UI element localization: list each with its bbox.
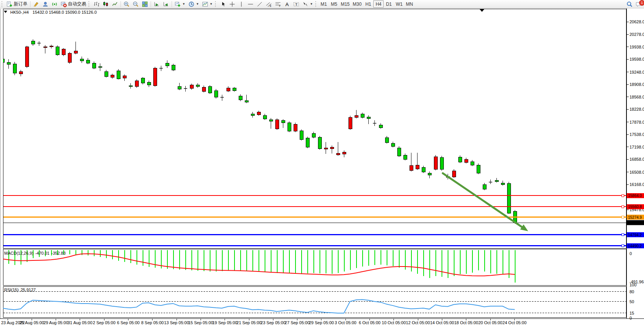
new-order-button[interactable]: 新订单 [5, 0, 29, 8]
svg-text:T: T [295, 2, 297, 6]
bar-chart-button[interactable] [92, 0, 101, 8]
new-chart-icon [175, 1, 181, 7]
cursor-button[interactable] [218, 0, 228, 8]
candle-body [416, 165, 419, 169]
separator [172, 1, 172, 7]
separator [151, 1, 151, 7]
candle-body [440, 157, 443, 169]
templates-button[interactable]: ▼ [201, 0, 214, 8]
candle-body [50, 46, 53, 47]
autotrading-button[interactable]: 自动交易 [59, 0, 88, 8]
candle-body [13, 64, 16, 73]
svg-text:23 Sep 05:00: 23 Sep 05:00 [261, 320, 286, 325]
svg-text:F: F [279, 5, 281, 7]
toolbar-grip[interactable] [315, 1, 317, 7]
arrows-button[interactable]: ▼ [301, 0, 315, 8]
timeframe-m30-button[interactable]: M30 [351, 0, 363, 8]
candle-body [312, 133, 315, 137]
chart-shift-marker[interactable] [480, 9, 484, 12]
candle-body [19, 72, 22, 74]
svg-text:17538.0: 17538.0 [630, 132, 644, 137]
notifications-button[interactable]: 1 [634, 0, 643, 8]
crosshair-icon [229, 1, 235, 7]
templates-icon [202, 1, 208, 7]
rsi-levels: 1008050150 [3, 283, 637, 320]
tile-windows-button[interactable] [140, 0, 149, 8]
doji-candle [159, 68, 163, 68]
fibonacci-button[interactable]: F [273, 0, 283, 8]
toolbar-grip[interactable] [2, 1, 3, 7]
crosshair-button[interactable] [228, 0, 237, 8]
horizontal-line-button[interactable] [246, 0, 255, 8]
candle-body [92, 63, 96, 68]
candle-body [129, 86, 132, 87]
svg-text:19938.0: 19938.0 [630, 45, 644, 49]
doji-candle [220, 97, 224, 97]
chevron-down-icon: ▼ [182, 2, 185, 6]
candle-body [300, 131, 303, 139]
zoom-in-button[interactable] [122, 0, 131, 8]
vertical-line-button[interactable] [237, 0, 246, 8]
candle-body [458, 157, 462, 162]
tile-windows-icon [142, 1, 148, 7]
separator [30, 1, 31, 7]
candle-body [43, 47, 47, 47]
candle-body [367, 117, 370, 118]
price-axis[interactable]: 20628.020278.019938.019598.019248.018908… [627, 19, 644, 212]
svg-text:16858.0: 16858.0 [630, 157, 644, 162]
timeframe-mn-button[interactable]: MN [404, 0, 414, 8]
time-axis[interactable]: 23 Aug 202225 Aug 05:0029 Aug 05:0031 Au… [1, 319, 527, 325]
timeframe-h1-button[interactable]: H1 [363, 0, 373, 8]
auto-scroll-button[interactable] [152, 0, 161, 8]
periods-button[interactable]: ▼ [187, 0, 201, 8]
line-chart-button[interactable] [110, 0, 119, 8]
svg-text:0: 0 [630, 251, 632, 256]
horizontal-lines-layer[interactable] [3, 194, 627, 247]
trendline-button[interactable] [255, 0, 264, 8]
arrows-icon [302, 1, 308, 7]
svg-text:20 Oct 05:00: 20 Oct 05:00 [479, 320, 503, 325]
price-line-labels: 15864.015560.815274.915126.014794.214490… [627, 193, 644, 248]
svg-text:21 Sep 05:00: 21 Sep 05:00 [236, 320, 261, 325]
svg-text:15126.0: 15126.0 [628, 221, 642, 225]
symbol-period-label: HK50-,H4 [10, 10, 29, 15]
text-label-button[interactable]: T [292, 0, 301, 8]
equidistant-channel-button[interactable]: E [264, 0, 273, 8]
candle-body [391, 143, 395, 146]
line-handle [622, 234, 624, 236]
timeframe-d1-button[interactable]: D1 [384, 0, 394, 8]
line-handle [622, 194, 624, 197]
chart-collapse-icon[interactable] [4, 11, 7, 13]
search-button[interactable] [625, 0, 634, 8]
timeframe-m1-button[interactable]: M1 [319, 0, 329, 8]
toolbar-grip[interactable] [215, 1, 217, 7]
candle-body [275, 120, 279, 129]
mt4-window: 新订单 自动交易 ▼ ▼ ▼ E F A T ▼ [0, 0, 644, 328]
styler-button[interactable] [32, 0, 41, 8]
text-button[interactable]: A [283, 0, 292, 8]
candle-body [104, 71, 108, 76]
search-icon [626, 1, 633, 7]
price-chart-svg[interactable]: 20628.020278.019938.019598.019248.018908… [0, 8, 644, 328]
candle-chart-button[interactable] [101, 0, 110, 8]
expert-advisors-button[interactable] [41, 0, 50, 8]
candle-body [147, 82, 151, 85]
timeframe-h4-button[interactable]: H4 [373, 0, 384, 8]
candle-body [281, 120, 285, 123]
candle-body [190, 85, 193, 89]
doji-candle [37, 43, 41, 43]
new-chart-button[interactable]: ▼ [173, 0, 187, 8]
zoom-out-button[interactable] [131, 0, 140, 8]
timeframe-m5-button[interactable]: M5 [329, 0, 339, 8]
timeframe-w1-button[interactable]: W1 [394, 0, 404, 8]
chart-shift-button[interactable] [161, 0, 170, 8]
svg-text:18908.0: 18908.0 [630, 82, 644, 87]
chart-window[interactable]: 20628.020278.019938.019598.019248.018908… [0, 8, 644, 328]
fibonacci-icon: F [275, 1, 281, 7]
doji-candle [184, 88, 187, 89]
timeframe-m15-button[interactable]: M15 [339, 0, 351, 8]
toolbar-grip[interactable] [88, 1, 90, 7]
svg-text:15 Sep 05:00: 15 Sep 05:00 [188, 320, 213, 325]
panel-borders [0, 8, 644, 319]
signals-button[interactable] [50, 0, 59, 8]
